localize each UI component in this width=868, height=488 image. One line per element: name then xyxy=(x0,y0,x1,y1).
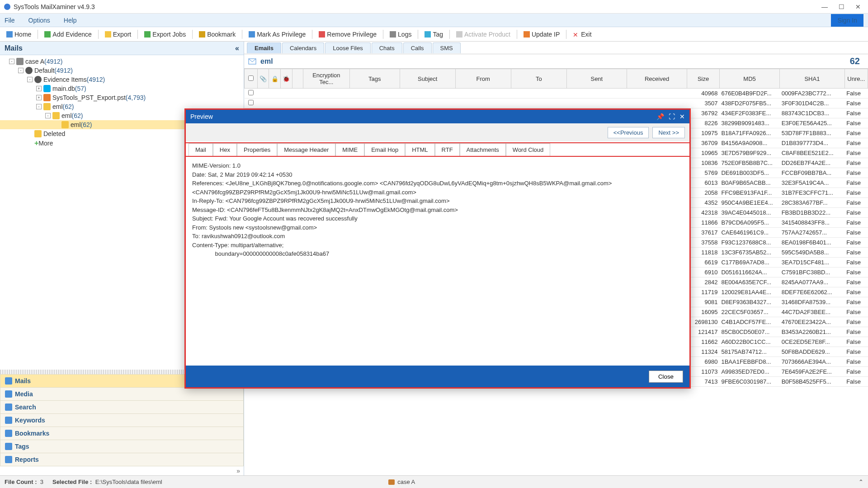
col-header-7[interactable]: Subject xyxy=(400,69,455,89)
col-header-8[interactable]: From xyxy=(455,69,511,89)
tree-node-default[interactable]: -Default (4912) xyxy=(0,66,244,75)
col-header-1[interactable]: 📎 xyxy=(257,69,269,89)
bookmark-button[interactable]: Bookmark xyxy=(195,29,239,39)
nav-tags[interactable]: Tags xyxy=(0,440,244,453)
pin-icon[interactable]: 📌 xyxy=(656,113,664,120)
menu-options[interactable]: Options xyxy=(28,17,50,24)
expand-icon[interactable]: ⛶ xyxy=(669,113,675,120)
mark-privilege-button[interactable]: Mark As Privilege xyxy=(245,29,309,39)
preview-tab-email-hop[interactable]: Email Hop xyxy=(364,143,405,156)
row-checkbox[interactable] xyxy=(248,100,254,105)
col-header-11[interactable]: Received xyxy=(627,69,687,89)
size-cell: 4352 xyxy=(687,198,720,208)
col-header-9[interactable]: To xyxy=(511,69,566,89)
export-button[interactable]: Export xyxy=(101,29,135,39)
size-cell: 10965 xyxy=(687,148,720,158)
logs-button[interactable]: Logs xyxy=(386,29,415,39)
preview-titlebar[interactable]: Preview 📌 ⛶ ✕ xyxy=(186,110,689,123)
nav-media[interactable]: Media xyxy=(0,388,244,401)
nav-footer-arrow[interactable]: » xyxy=(0,466,244,475)
unread-cell: False xyxy=(844,128,868,138)
col-header-5[interactable]: Encryption Tec... xyxy=(303,69,349,89)
update-ip-button[interactable]: Update IP xyxy=(520,29,563,39)
select-all-checkbox[interactable] xyxy=(248,75,254,81)
md5-cell: FFC9BE913FA1F... xyxy=(719,188,779,198)
collapse-panel-icon[interactable]: « xyxy=(235,44,239,52)
tab-emails[interactable]: Emails xyxy=(247,42,281,53)
activate-button[interactable]: Activate Product xyxy=(453,29,514,39)
size-cell: 2698130 xyxy=(687,317,720,327)
export-jobs-button[interactable]: Export Jobs xyxy=(141,29,189,39)
col-header-0[interactable] xyxy=(245,69,258,89)
nav-keywords[interactable]: Keywords xyxy=(0,414,244,427)
col-header-13[interactable]: MD5 xyxy=(719,69,779,89)
menu-file[interactable]: File xyxy=(5,17,15,24)
close-icon[interactable]: ✕ xyxy=(855,3,861,10)
table-row[interactable]: 40968676E0B4B9FD2F...0009FA23BC772...Fal… xyxy=(245,89,868,99)
tab-calls[interactable]: Calls xyxy=(403,42,432,53)
preview-tab-html[interactable]: HTML xyxy=(405,143,434,156)
previous-button[interactable]: <<Previous xyxy=(608,127,649,138)
tab-calendars[interactable]: Calendars xyxy=(282,42,324,53)
tree-node-evidence-items[interactable]: -Evidence Items (4912) xyxy=(0,75,244,84)
col-header-15[interactable]: Unre... xyxy=(844,69,868,89)
preview-tab-rtf[interactable]: RTF xyxy=(435,143,460,156)
preview-tab-hex[interactable]: Hex xyxy=(213,143,237,156)
close-preview-icon[interactable]: ✕ xyxy=(679,113,685,120)
nav-bookmarks[interactable]: Bookmarks xyxy=(0,427,244,440)
col-header-14[interactable]: SHA1 xyxy=(780,69,844,89)
add-evidence-button[interactable]: Add Evidence xyxy=(41,29,95,39)
tree-node-case-a[interactable]: -case A (4912) xyxy=(0,57,244,66)
report-icon xyxy=(5,456,12,463)
tree-node-main-db[interactable]: +main.db (57) xyxy=(0,84,244,93)
preview-tab-message-header[interactable]: Message Header xyxy=(277,143,335,156)
expand-toggle[interactable]: - xyxy=(9,59,14,64)
key-icon xyxy=(5,417,12,424)
unread-cell: False xyxy=(844,178,868,188)
menu-help[interactable]: Help xyxy=(64,17,77,24)
col-header-2[interactable]: 🔒 xyxy=(269,69,281,89)
tab-sms[interactable]: SMS xyxy=(433,42,461,53)
tab-chats[interactable]: Chats xyxy=(372,42,402,53)
expand-toggle[interactable]: + xyxy=(36,95,42,100)
col-header-6[interactable]: Tags xyxy=(349,69,400,89)
preview-tab-word-cloud[interactable]: Word Cloud xyxy=(506,143,550,156)
preview-tab-properties[interactable]: Properties xyxy=(237,143,277,156)
col-header-10[interactable]: Sent xyxy=(566,69,627,89)
sha1-cell: 44C7DA2F3BEE... xyxy=(780,307,844,317)
preview-body[interactable]: MIME-Version: 1.0 Date: Sat, 2 Mar 2019 … xyxy=(186,157,689,366)
nav-reports[interactable]: Reports xyxy=(0,453,244,466)
preview-tab-mail[interactable]: Mail xyxy=(189,143,213,156)
node-label: eml xyxy=(52,103,63,110)
tag-button[interactable]: Tag xyxy=(421,29,447,39)
unread-cell: False xyxy=(844,138,868,148)
preview-tab-attachments[interactable]: Attachments xyxy=(460,143,506,156)
col-header-4[interactable] xyxy=(292,69,303,89)
maximize-icon[interactable]: ☐ xyxy=(839,3,844,10)
size-cell: 6910 xyxy=(687,267,720,277)
close-button[interactable]: Close xyxy=(649,371,683,383)
tab-loose-files[interactable]: Loose Files xyxy=(325,42,370,53)
table-row[interactable]: 3507438FD2F075FB5...3F0F301D4C2B...False xyxy=(245,99,868,108)
sign-in-button[interactable]: Sign In xyxy=(831,14,863,27)
home-button[interactable]: Home xyxy=(3,29,35,39)
tree-node-systools-pst-export-pst[interactable]: +SysTools_PST_Export.pst (4,793) xyxy=(0,93,244,102)
expand-toggle[interactable]: - xyxy=(36,104,42,109)
size-cell: 11818 xyxy=(687,248,720,258)
exit-button[interactable]: ✕Exit xyxy=(569,29,595,39)
col-header-3[interactable]: 🐞 xyxy=(280,69,292,89)
expand-toggle[interactable]: - xyxy=(27,77,33,82)
col-header-12[interactable]: Size xyxy=(687,69,720,89)
chevron-up-icon[interactable]: ⌃ xyxy=(859,479,863,485)
minimize-icon[interactable]: — xyxy=(821,3,828,10)
expand-toggle[interactable]: + xyxy=(36,86,42,91)
row-checkbox[interactable] xyxy=(248,90,254,95)
expand-toggle[interactable]: - xyxy=(18,68,24,73)
preview-tab-mime[interactable]: MIME xyxy=(335,143,364,156)
next-button[interactable]: Next >> xyxy=(652,127,685,138)
nav-label: Keywords xyxy=(15,417,45,424)
expand-toggle[interactable]: - xyxy=(45,113,51,118)
nav-search[interactable]: Search xyxy=(0,401,244,414)
remove-privilege-button[interactable]: Remove Privilege xyxy=(315,29,380,39)
size-cell: 5769 xyxy=(687,168,720,178)
